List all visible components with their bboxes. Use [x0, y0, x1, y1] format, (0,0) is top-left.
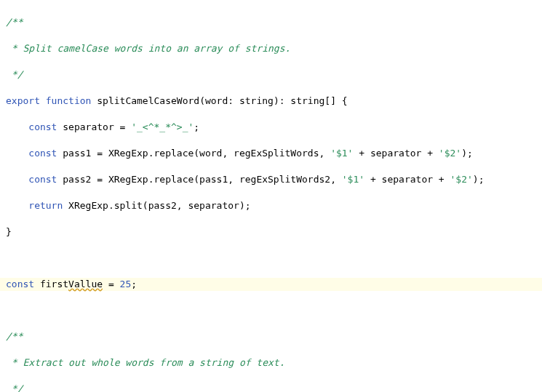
code-line: * Split camelCase words into an array of… [6, 42, 542, 55]
keyword-const: const [28, 121, 57, 132]
code-line: */ [6, 68, 542, 81]
code-editor[interactable]: /** * Split camelCase words into an arra… [0, 0, 542, 392]
code-line: } [6, 225, 542, 239]
keyword-const: const [28, 174, 57, 185]
keyword-const: const [6, 279, 34, 289]
string-literal: '$2' [439, 148, 461, 159]
code-line: export function splitCamelCaseWord(word:… [6, 95, 542, 108]
code-line: const separator = '_<^*_*^>_'; [6, 121, 542, 134]
code-line [6, 252, 542, 265]
comment: * Extract out whole words from a string … [6, 357, 285, 368]
keyword-return: return [28, 200, 63, 211]
code-line: * Extract out whole words from a string … [6, 356, 542, 369]
comment: */ [6, 69, 23, 80]
code-line [6, 304, 542, 317]
code-line: return XRegExp.split(pass2, separator); [6, 199, 542, 212]
string-literal: '$1' [330, 148, 353, 159]
number-literal: 25 [120, 279, 132, 289]
comment: /** [6, 331, 23, 342]
keyword-function: function [46, 95, 92, 106]
spell-error: Vallue [68, 279, 103, 289]
string-literal: '$1' [342, 174, 364, 185]
comment: * Split camelCase words into an array of… [6, 43, 290, 54]
code-line: const pass2 = XRegExp.replace(pass1, reg… [6, 173, 542, 186]
code-line: /** [6, 16, 542, 29]
code-line: const pass1 = XRegExp.replace(word, regE… [6, 147, 542, 160]
comment: */ [6, 383, 23, 392]
keyword-const: const [28, 148, 57, 159]
comment: /** [6, 17, 23, 28]
string-literal: '$2' [450, 174, 473, 185]
string-literal: '_<^*_*^>_' [131, 121, 194, 132]
keyword-export: export [6, 95, 40, 106]
code-line: */ [6, 383, 542, 392]
function-signature: splitCamelCaseWord(word: string): string… [97, 95, 347, 106]
code-line-highlighted: const firstVallue = 25; [0, 278, 542, 291]
code-line: /** [6, 330, 542, 343]
